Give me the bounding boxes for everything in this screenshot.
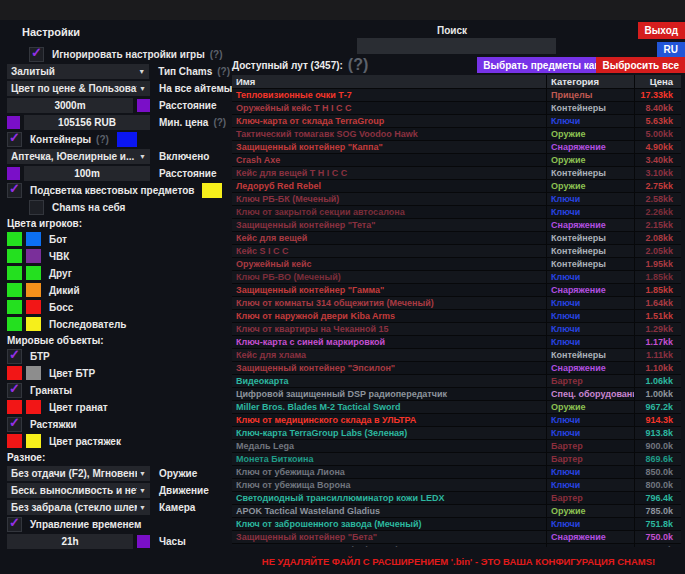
table-row[interactable]: Ключ от заброшенного завода (Меченый)Клю…: [232, 518, 681, 531]
language-button[interactable]: RU: [657, 42, 685, 57]
item-price: 800.0k: [634, 479, 681, 491]
value-input-4[interactable]: 105156 RUB: [24, 115, 150, 130]
value-input-3[interactable]: 3000m: [7, 98, 133, 113]
table-row[interactable]: Тепловизионные очки Т-7Прицелы17.33kk: [232, 89, 681, 102]
table-row[interactable]: Ключ от комнаты 314 общежития (Меченый)К…: [232, 297, 681, 310]
checkbox-8[interactable]: ✓: [7, 183, 22, 198]
value-input-7[interactable]: 100m: [24, 166, 150, 181]
table-row[interactable]: Кейс для вещейКонтейнеры2.08kk: [232, 232, 681, 245]
color-swatch[interactable]: [7, 400, 22, 414]
color-swatch[interactable]: [26, 249, 41, 263]
exit-button[interactable]: Выход: [638, 22, 685, 39]
table-row[interactable]: Защищенный контейнер "Гамма"Снаряжение1.…: [232, 284, 681, 297]
color-swatch[interactable]: [202, 183, 222, 198]
table-row[interactable]: Miller Bros. Blades M-2 Tactical SwordОр…: [232, 401, 681, 414]
table-row[interactable]: Ледоруб Red RebelОружие2.75kk: [232, 180, 681, 193]
color-swatch[interactable]: [7, 266, 22, 280]
table-row[interactable]: Ключ от убежища ВоронаКлючи800.0k: [232, 479, 681, 492]
loot-table: Имя Категория Цена Тепловизионные очки Т…: [232, 75, 681, 547]
color-swatch[interactable]: [7, 167, 20, 180]
table-row[interactable]: Ключ от медицинского склада в УЛЬТРАКлюч…: [232, 414, 681, 427]
checkbox-18[interactable]: ✓: [7, 349, 22, 364]
color-swatch[interactable]: [7, 116, 20, 129]
color-swatch[interactable]: [26, 266, 41, 280]
help-icon: (?): [210, 49, 223, 60]
dropdown-26[interactable]: Беск. выносливость и нет уста▼: [7, 483, 150, 498]
item-price: 796.4k: [634, 492, 681, 504]
color-swatch[interactable]: [26, 283, 41, 297]
color-swatch[interactable]: [7, 434, 22, 448]
checkmark-icon: ✓: [9, 518, 20, 528]
table-row[interactable]: Ключ-карта с синей маркировкойКлючи1.17k…: [232, 336, 681, 349]
color-swatch[interactable]: [7, 366, 22, 380]
section-row-17: Мировые объекты:: [7, 334, 230, 346]
checkbox-20[interactable]: ✓: [7, 383, 22, 398]
color-swatch[interactable]: [26, 400, 41, 414]
item-category: Оружие: [546, 505, 634, 517]
table-row[interactable]: Оружейный кейсКонтейнеры1.95kk: [232, 258, 681, 271]
checkbox-0[interactable]: ✓: [29, 47, 44, 62]
table-row[interactable]: Медаль LegaБартер900.0k: [232, 440, 681, 453]
item-category: Оружие: [546, 128, 634, 140]
table-row[interactable]: Ключ-карта от склада TerraGroupКлючи5.63…: [232, 115, 681, 128]
item-category: Контейнеры: [546, 349, 634, 361]
table-row[interactable]: Ключ от наружной двери Kiba ArmsКлючи1.5…: [232, 310, 681, 323]
table-row[interactable]: Защищенный контейнер "Каппа"Снаряжение4.…: [232, 141, 681, 154]
value-input-29[interactable]: 21h: [7, 534, 133, 549]
dropdown-value: Без отдачи (F2), Мгновенное п: [11, 468, 137, 479]
checkbox-5[interactable]: ✓: [7, 132, 22, 147]
color-swatch[interactable]: [26, 232, 41, 246]
table-row[interactable]: Ключ от убежища ЛионаКлючи850.0k: [232, 466, 681, 479]
color-swatch[interactable]: [26, 317, 41, 331]
table-row[interactable]: Цифровой защищенный DSP радиопередатчикС…: [232, 388, 681, 401]
checkbox-22[interactable]: ✓: [7, 417, 22, 432]
checkbox-row-8: ✓Подсветка квестовых предметов: [7, 183, 230, 197]
dropdown-2[interactable]: Цвет по цене & Пользователы▼: [7, 81, 150, 96]
table-row[interactable]: Тактический томагавк SOG Voodoo HawkОруж…: [232, 128, 681, 141]
color-swatch[interactable]: [137, 99, 150, 112]
search-input[interactable]: [357, 38, 556, 54]
color-swatch[interactable]: [7, 232, 22, 246]
table-row[interactable]: Оружейный кейс T H I C CКонтейнеры8.40kk: [232, 102, 681, 115]
color-swatch[interactable]: [117, 132, 137, 147]
dropdown-27[interactable]: Без забрала (стекло шлема)▼: [7, 500, 150, 515]
drop-all-button[interactable]: Выбросить все: [596, 57, 685, 73]
color-swatch[interactable]: [26, 300, 41, 314]
table-row[interactable]: ВидеокартаБартер1.06kk: [232, 375, 681, 388]
table-row[interactable]: Crash AxeОружие3.40kk: [232, 154, 681, 167]
table-row[interactable]: Монета БиткоинаБартер869.6k: [232, 453, 681, 466]
table-row[interactable]: Защищенный контейнер "Тета"Снаряжение2.1…: [232, 219, 681, 232]
input-label: Часы: [159, 536, 186, 547]
table-row[interactable]: Ключ от квартиры на Чеканной 15Ключи1.29…: [232, 323, 681, 336]
color-swatch[interactable]: [26, 434, 41, 448]
table-row[interactable]: Светодиодный трансиллюминатор кожи LEDXБ…: [232, 492, 681, 505]
table-row[interactable]: Кейс для вещей T H I C CКонтейнеры3.10kk: [232, 167, 681, 180]
table-row[interactable]: Ключ РБ-ВО (Меченый)Ключи1.85kk: [232, 271, 681, 284]
checkbox-28[interactable]: ✓: [7, 517, 22, 532]
table-row[interactable]: Защищенный контейнер "Бета"Снаряжение750…: [232, 531, 681, 544]
color-swatch[interactable]: [7, 283, 22, 297]
dropdown-1[interactable]: Залитый▼: [7, 64, 149, 79]
item-price: 967.2k: [634, 401, 681, 413]
color-swatch[interactable]: [137, 535, 150, 548]
color-swatch[interactable]: [7, 317, 22, 331]
table-row[interactable]: APOK Tactical Wasteland GladiusОружие785…: [232, 505, 681, 518]
dropdown-25[interactable]: Без отдачи (F2), Мгновенное п▼: [7, 466, 150, 481]
table-row[interactable]: Ключ-карта TerraGroup Labs (Зеленая)Ключ…: [232, 427, 681, 440]
search-label: Поиск: [232, 25, 672, 36]
section-label: Мировые объекты:: [7, 335, 104, 346]
table-row[interactable]: Ключ от закрытой секции автосалонаКлючи2…: [232, 206, 681, 219]
color-swatch[interactable]: [7, 300, 22, 314]
color-swatch[interactable]: [26, 366, 41, 380]
color-label: ЧВК: [49, 251, 69, 262]
item-price: 1.10kk: [634, 362, 681, 374]
color-swatch[interactable]: [7, 249, 22, 263]
item-price: 1.85kk: [634, 284, 681, 296]
table-row[interactable]: Ключ-карта TerraGroup Labs (Синяя)Ключи7…: [232, 544, 681, 547]
checkbox-9[interactable]: [29, 200, 44, 215]
dropdown-6[interactable]: Аптечка, Ювелирные и...▼: [7, 149, 150, 164]
table-row[interactable]: Защищенный контейнер "Эпсилон"Снаряжение…: [232, 362, 681, 375]
table-row[interactable]: Ключ РБ-БК (Меченый)Ключи2.58kk: [232, 193, 681, 206]
table-row[interactable]: Кейс S I C CКонтейнеры2.05kk: [232, 245, 681, 258]
table-row[interactable]: Кейс для хламаКонтейнеры1.11kk: [232, 349, 681, 362]
